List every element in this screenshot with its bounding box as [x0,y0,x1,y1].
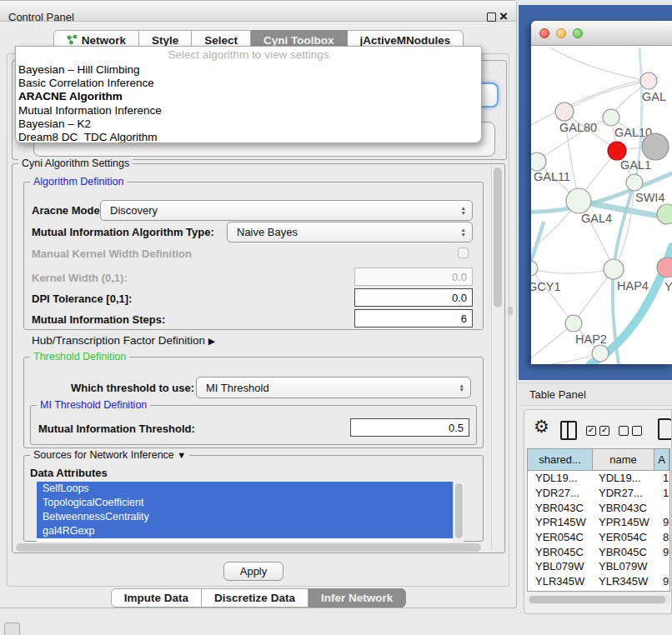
table-toolbar: ⚙ ✓ ✓ [524,410,671,448]
mi-type-value: Naive Bayes [237,226,298,238]
attribute-item-topologicalcoefficient[interactable]: TopologicalCoefficient [37,496,457,510]
table-cell: YBR043C [528,502,593,514]
scrollbar-thumb[interactable] [494,168,502,308]
table-row[interactable]: YPR145WYPR145W9. [528,515,669,530]
algorithm-option-bayesian-k2[interactable]: Bayesian – K2 [16,118,481,131]
attribute-item-gal4rgexp[interactable]: gal4RGexp [37,524,457,538]
window-zoom-icon[interactable] [573,28,583,38]
scrollbar-thumb[interactable] [16,543,481,552]
table-row[interactable]: YBR043CYBR043C [528,500,669,515]
select-all-checkbox-icon[interactable]: ✓ [586,426,596,436]
hub-definition-label: Hub/Transcription Factor Definition [32,334,205,347]
network-window[interactable] [531,21,672,364]
which-threshold-combo[interactable]: MI Threshold ▲▼ [196,377,471,398]
table-row[interactable]: YLR345WYLR345W9. [528,574,669,589]
hub-definition-toggle[interactable]: Hub/Transcription Factor Definition ▶ [32,334,215,347]
data-attributes-list[interactable]: SelfLoopsTopologicalCoefficientBetweenne… [37,482,464,542]
dropdown-placeholder: Select algorithm to view settings [16,47,481,63]
control-panel-title: Control Panel [8,11,74,23]
table-cell: YBL079W [593,560,654,572]
dpi-tolerance-label: DPI Tolerance [0,1]: [32,292,132,305]
algorithm-option-aracne-algorithm[interactable]: ARACNE Algorithm [16,90,481,103]
table-cell: YIL052C [593,590,654,592]
control-panel-titlebar[interactable]: Control Panel × [0,1,516,22]
table-row[interactable]: YIL052CYIL052C9 [528,589,669,592]
deselect-checkbox-icon[interactable] [619,426,629,436]
attributes-scrollbar[interactable] [453,482,464,542]
aracne-mode-combo[interactable]: Discovery ▲▼ [100,200,473,221]
table-row[interactable]: YDR27...YDR27...12 [528,486,669,501]
which-threshold-value: MI Threshold [206,382,269,394]
algorithm-option-dream8-dc-tdc-algorithm[interactable]: Dream8 DC_TDC Algorithm [16,131,481,143]
algorithm-option-bayesian-hill-climbing[interactable]: Bayesian – Hill Climbing [16,63,481,77]
column-header-name[interactable]: name [593,449,654,470]
kernel-width-label: Kernel Width (0,1): [32,272,128,284]
mi-threshold-input[interactable]: 0.5 [350,418,469,437]
sources-group-title[interactable]: Sources for Network Inference ▼ [30,449,189,461]
table-cell: 8. [654,531,669,543]
table-cell: YDL19... [593,472,654,484]
table-row[interactable]: YBL079WYBL079W [528,559,669,574]
network-window-titlebar[interactable] [531,21,672,46]
dpi-tolerance-input[interactable]: 0.0 [354,288,473,307]
kernel-width-input[interactable]: 0.0 [354,268,473,286]
gear-icon[interactable]: ⚙ [534,417,549,437]
table-cell: YBL079W [528,560,593,572]
table-cell: YBR043C [593,502,654,514]
table-cell: 9. [654,546,669,558]
attribute-item-betweennesscentrality[interactable]: BetweennessCentrality [37,510,457,524]
mi-threshold-group-title: MI Threshold Definition [37,399,150,411]
mi-type-combo[interactable]: Naive Bayes ▲▼ [227,222,473,242]
bottom-tab-discretize-data[interactable]: Discretize Data [202,588,308,608]
collapse-down-icon: ▼ [177,450,186,460]
algorithm-option-basic-correlation-inference[interactable]: Basic Correlation Inference [16,77,481,90]
sources-title-text: Sources for Network Inference [33,449,174,461]
column-layout-icon[interactable] [560,421,577,440]
bottom-tab-impute-data[interactable]: Impute Data [111,588,202,608]
algorithm-option-mutual-information-inference[interactable]: Mutual Information Inference [16,104,481,118]
deselect-checkbox-icon[interactable] [632,426,642,436]
column-header-shared[interactable]: shared... [528,449,593,470]
manual-kernel-checkbox[interactable] [458,248,469,258]
manual-kernel-label: Manual Kernel Width Definition [32,248,192,260]
mi-type-label: Mutual Information Algorithm Type: [32,226,214,238]
table-row[interactable]: YER054CYER054C8. [528,530,669,545]
window-close-icon[interactable] [539,28,549,38]
document-icon[interactable] [658,418,672,440]
table-cell: YLR345W [528,575,593,588]
mi-steps-input[interactable]: 6 [354,309,473,328]
table-horizontal-scrollbar[interactable] [527,595,670,604]
bottom-tab-infer-network[interactable]: Infer Network [308,588,406,608]
table-cell: YIL052C [528,590,593,592]
table-cell: YLR345W [593,575,654,588]
table-panel-header[interactable]: Table Panel [519,382,672,406]
table-row[interactable]: YBR045CYBR045C9. [528,544,669,559]
scrollbar-thumb[interactable] [529,596,665,603]
minimized-panel-icon[interactable] [4,622,20,635]
tab-label: Network [82,34,126,47]
splitter-handle[interactable] [508,307,513,315]
table-cell: 9. [654,575,669,588]
table-cell: YER054C [528,531,593,543]
float-panel-icon[interactable] [487,12,496,22]
settings-group-title: Cyni Algorithm Settings [18,158,133,169]
settings-vertical-scrollbar[interactable] [491,166,503,549]
table-row[interactable]: YDL19...YDL19...13 [528,471,669,486]
table-panel-title: Table Panel [529,388,586,401]
window-minimize-icon[interactable] [556,28,566,38]
combo-stepper-icon: ▲▼ [461,222,466,242]
table-cell: 9 [654,590,669,592]
close-panel-icon[interactable]: × [499,8,508,26]
table-cell: 13 [654,472,669,484]
dropdown-options: Bayesian – Hill ClimbingBasic Correlatio… [16,63,481,143]
aracne-mode-label: Aracne Mode: [32,204,103,217]
column-header-a[interactable]: A [654,449,669,470]
node-table: shared...nameA YDL19...YDL19...13YDR27..… [527,448,670,592]
attribute-item-selfloops[interactable]: SelfLoops [37,482,457,496]
settings-horizontal-scrollbar[interactable] [14,542,488,552]
scrollbar-thumb[interactable] [455,483,463,538]
apply-button[interactable]: Apply [223,562,283,581]
table-cell: YDR27... [593,487,654,499]
tab-label: Select [204,34,238,47]
select-all-checkbox-icon[interactable]: ✓ [599,426,609,436]
